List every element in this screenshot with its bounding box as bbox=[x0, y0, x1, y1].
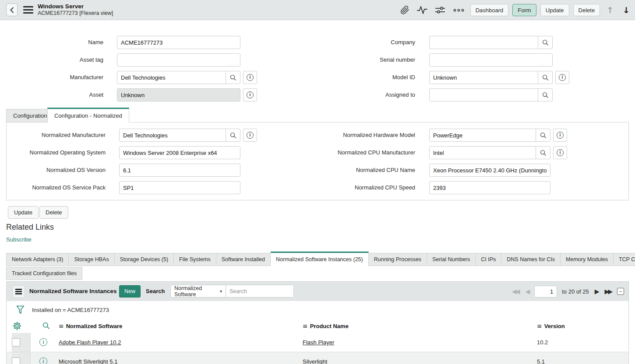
product-name-link[interactable]: Silverlight bbox=[303, 358, 327, 364]
record-preview-icon[interactable]: i bbox=[39, 357, 47, 364]
subscribe-link[interactable]: Subscribe bbox=[6, 236, 32, 243]
list-context-menu-button[interactable] bbox=[12, 285, 25, 298]
record-preview-icon[interactable]: i bbox=[39, 338, 47, 346]
info-icon: i bbox=[247, 74, 254, 81]
more-options-button[interactable] bbox=[451, 7, 466, 13]
search-field-select[interactable]: Normalized Software ▾ bbox=[171, 285, 226, 297]
model-id-info-button[interactable]: i bbox=[555, 71, 569, 84]
tab-ci-ips[interactable]: CI IPs bbox=[476, 253, 501, 266]
tab-memory-modules[interactable]: Memory Modules bbox=[561, 253, 614, 266]
tab-network-adapters[interactable]: Network Adapters (3) bbox=[6, 253, 69, 266]
previous-record-icon[interactable]: ↑ bbox=[604, 6, 616, 14]
company-lookup-button[interactable] bbox=[538, 36, 552, 49]
form-view-button[interactable]: Form bbox=[512, 4, 536, 16]
search-icon bbox=[542, 39, 549, 46]
normalized-cpu-name-input[interactable] bbox=[429, 164, 550, 177]
normalized-hardware-model-info-button[interactable]: i bbox=[553, 129, 567, 142]
tab-tracked-configuration-files[interactable]: Tracked Configuration files bbox=[6, 267, 82, 280]
paperclip-icon bbox=[400, 5, 409, 15]
list-column-header-row: ≡Normalized Software ≡Product Name ≡Vers… bbox=[7, 319, 628, 334]
hamburger-menu-icon[interactable] bbox=[23, 6, 33, 14]
update-button-footer[interactable]: Update bbox=[8, 206, 39, 219]
normalized-software-link[interactable]: Microsoft Silverlight 5.1 bbox=[59, 358, 117, 364]
manufacturer-lookup-button[interactable] bbox=[226, 71, 240, 84]
assigned-to-lookup-button[interactable] bbox=[538, 89, 552, 101]
tab-storage-devices[interactable]: Storage Devices (5) bbox=[115, 253, 174, 266]
tab-software-installed[interactable]: Software Installed bbox=[216, 253, 271, 266]
update-button-header[interactable]: Update bbox=[540, 4, 569, 16]
normalized-manufacturer-info-button[interactable]: i bbox=[243, 129, 257, 142]
tab-configuration-normalized[interactable]: Configuration - Normalized bbox=[47, 108, 129, 123]
delete-button-header[interactable]: Delete bbox=[573, 4, 600, 16]
activity-stream-button[interactable] bbox=[415, 4, 429, 16]
ellipsis-icon bbox=[453, 8, 465, 12]
related-links-heading: Related Links bbox=[6, 223, 54, 232]
normalized-os-input[interactable] bbox=[119, 146, 240, 159]
normalized-hardware-model-input[interactable] bbox=[430, 129, 536, 141]
row-checkbox[interactable] bbox=[12, 357, 20, 364]
asset-tag-label: Asset tag bbox=[0, 53, 103, 66]
list-search-icon[interactable] bbox=[42, 322, 50, 331]
model-id-lookup-button[interactable] bbox=[538, 71, 552, 84]
collapse-list-icon[interactable]: − bbox=[617, 288, 624, 295]
row-checkbox[interactable] bbox=[12, 338, 20, 346]
tab-tcp-connections[interactable]: TCP Connections bbox=[614, 253, 635, 266]
normalized-manufacturer-input[interactable] bbox=[120, 129, 226, 141]
column-menu-icon[interactable]: ≡ bbox=[537, 322, 542, 329]
new-button[interactable]: New bbox=[119, 285, 141, 298]
asset-input[interactable] bbox=[117, 88, 240, 102]
tab-normalized-software-instances[interactable]: Normalized Software Instances (25) bbox=[271, 252, 369, 266]
next-page-icon[interactable]: ▶ bbox=[594, 288, 599, 294]
normalized-os-service-pack-input[interactable] bbox=[119, 181, 240, 194]
tab-serial-numbers[interactable]: Serial Numbers bbox=[427, 253, 476, 266]
tab-file-systems[interactable]: File Systems bbox=[174, 253, 216, 266]
page-number-input[interactable] bbox=[534, 286, 557, 298]
list-search-input[interactable] bbox=[226, 285, 293, 297]
list-search-control: Normalized Software ▾ bbox=[170, 285, 294, 298]
list-title: Normalized Software Instances bbox=[29, 282, 117, 301]
tab-dns-names[interactable]: DNS Names for CIs bbox=[501, 253, 561, 266]
column-header-version[interactable]: ≡Version bbox=[537, 319, 565, 333]
serial-number-input[interactable] bbox=[429, 53, 553, 66]
version-cell: 5.1 bbox=[537, 352, 545, 364]
funnel-icon[interactable] bbox=[16, 305, 25, 316]
name-input[interactable] bbox=[117, 36, 240, 49]
normalized-software-link[interactable]: Adobe Flash Player 10.2 bbox=[59, 339, 121, 346]
next-record-icon[interactable]: ↓ bbox=[620, 6, 632, 14]
column-menu-icon[interactable]: ≡ bbox=[59, 322, 64, 329]
assigned-to-input[interactable] bbox=[430, 89, 538, 101]
previous-page-icon[interactable]: ◀ bbox=[524, 288, 529, 294]
manufacturer-info-button[interactable]: i bbox=[243, 71, 257, 84]
normalized-hardware-model-label: Normalized Hardware Model bbox=[280, 129, 415, 142]
normalized-hardware-model-lookup-button[interactable] bbox=[536, 129, 550, 141]
dashboard-button[interactable]: Dashboard bbox=[470, 4, 509, 16]
normalized-cpu-manufacturer-input[interactable] bbox=[430, 147, 536, 159]
column-header-normalized-software[interactable]: ≡Normalized Software bbox=[59, 319, 122, 333]
search-label: Search bbox=[146, 282, 165, 301]
product-name-link[interactable]: Flash Player bbox=[303, 339, 334, 346]
delete-button-footer[interactable]: Delete bbox=[39, 206, 68, 219]
model-id-input[interactable] bbox=[430, 71, 538, 84]
tab-configuration[interactable]: Configuration bbox=[6, 109, 54, 122]
attachment-button[interactable] bbox=[399, 4, 411, 16]
normalized-cpu-manufacturer-lookup-button[interactable] bbox=[536, 147, 550, 159]
normalized-os-version-input[interactable] bbox=[119, 164, 240, 177]
personalize-form-button[interactable] bbox=[433, 5, 447, 15]
tab-running-processes[interactable]: Running Processes bbox=[369, 253, 427, 266]
gear-icon[interactable] bbox=[13, 322, 21, 332]
normalized-manufacturer-lookup-button[interactable] bbox=[226, 129, 240, 141]
column-menu-icon[interactable]: ≡ bbox=[303, 322, 308, 329]
normalized-cpu-manufacturer-info-button[interactable]: i bbox=[553, 146, 567, 159]
last-page-icon[interactable]: ▶▶ bbox=[603, 288, 612, 294]
back-button[interactable] bbox=[6, 4, 18, 16]
manufacturer-input[interactable] bbox=[117, 71, 226, 84]
first-page-icon[interactable]: ◀◀ bbox=[511, 288, 520, 294]
filter-condition[interactable]: Installed on = ACME16777273 bbox=[32, 301, 109, 319]
normalized-cpu-speed-input[interactable] bbox=[429, 181, 550, 194]
tab-storage-hbas[interactable]: Storage HBAs bbox=[69, 253, 114, 266]
normalized-cpu-name-label: Normalized CPU Name bbox=[280, 164, 415, 177]
asset-info-button[interactable]: i bbox=[243, 88, 257, 102]
company-input[interactable] bbox=[430, 36, 538, 49]
asset-tag-input[interactable] bbox=[117, 53, 240, 66]
column-header-product-name[interactable]: ≡Product Name bbox=[303, 319, 349, 333]
